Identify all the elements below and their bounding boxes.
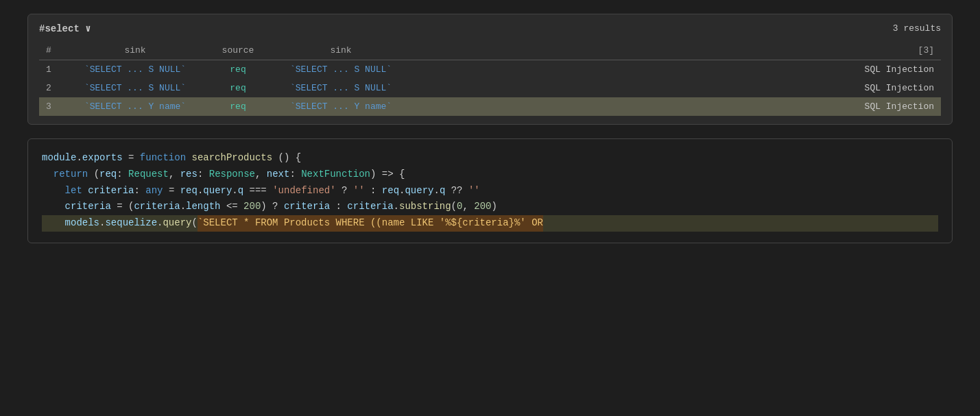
code-token: . xyxy=(399,183,405,199)
row-sink1[interactable]: `SELECT ... Y name` xyxy=(67,97,204,116)
results-count: 3 results xyxy=(893,23,941,34)
code-token: any xyxy=(145,183,163,199)
results-table: # sink source sink [3] 1`SELECT ... S NU… xyxy=(39,41,941,116)
code-indent xyxy=(42,215,65,232)
code-token: <= xyxy=(220,199,243,215)
code-token: sequelize xyxy=(105,215,157,232)
code-token: 200 xyxy=(243,199,261,215)
row-id: 3 xyxy=(39,97,67,116)
code-token: : xyxy=(289,167,301,183)
col-hash: # xyxy=(39,41,67,60)
code-token: : xyxy=(117,167,128,183)
row-sink2[interactable]: `SELECT ... Y name` xyxy=(272,97,409,116)
sink1-link[interactable]: `SELECT ... Y name` xyxy=(84,101,186,112)
code-line: return (req: Request, res: Response, nex… xyxy=(42,167,938,183)
source-link[interactable]: req xyxy=(230,101,246,112)
code-token: . xyxy=(394,199,399,215)
header-row: # sink source sink [3] xyxy=(39,41,941,60)
code-token: req xyxy=(382,183,399,199)
code-token: ? xyxy=(336,183,353,199)
code-token: next xyxy=(267,167,290,183)
code-token: models xyxy=(65,215,99,232)
code-token: . xyxy=(99,215,105,232)
select-badge[interactable]: #select ∨ xyxy=(39,23,91,34)
row-sink1[interactable]: `SELECT ... S NULL` xyxy=(67,60,204,79)
code-token: module xyxy=(42,150,76,167)
row-sink2[interactable]: `SELECT ... S NULL` xyxy=(272,79,409,97)
sink1-link[interactable]: `SELECT ... S NULL` xyxy=(84,83,186,93)
row-source[interactable]: req xyxy=(204,60,272,79)
code-line: let criteria: any = req.query.q === 'und… xyxy=(42,183,938,199)
code-token: = ( xyxy=(111,199,134,215)
code-token: . xyxy=(232,183,237,199)
code-container: module.exports = function searchProducts… xyxy=(42,150,938,232)
table-row[interactable]: 1`SELECT ... S NULL`req`SELECT ... S NUL… xyxy=(39,60,941,79)
row-label: SQL Injection xyxy=(409,60,941,79)
code-token: Request xyxy=(128,167,169,183)
code-token: Response xyxy=(209,167,255,183)
panel-header: #select ∨ 3 results xyxy=(39,23,941,34)
sink2-link[interactable]: `SELECT ... S NULL` xyxy=(290,83,392,93)
code-line: module.exports = function searchProducts… xyxy=(42,150,938,167)
code-token: '' xyxy=(353,183,365,199)
code-token: criteria xyxy=(347,199,393,215)
sink2-link[interactable]: `SELECT ... S NULL` xyxy=(290,64,392,75)
code-token: ) xyxy=(491,199,497,215)
code-token: = xyxy=(123,150,140,167)
code-token: : xyxy=(365,183,382,199)
code-token: criteria xyxy=(82,183,134,199)
code-token: . xyxy=(180,199,186,215)
row-source[interactable]: req xyxy=(204,97,272,116)
table-row[interactable]: 2`SELECT ... S NULL`req`SELECT ... S NUL… xyxy=(39,79,941,97)
row-source[interactable]: req xyxy=(204,79,272,97)
code-token: criteria xyxy=(65,199,111,215)
code-token: exports xyxy=(82,150,123,167)
code-token: ) ? xyxy=(261,199,284,215)
code-line: models.sequelize.query(`SELECT * FROM Pr… xyxy=(42,215,938,232)
code-token: === xyxy=(243,183,272,199)
code-token: length xyxy=(186,199,220,215)
sink1-link[interactable]: `SELECT ... S NULL` xyxy=(84,64,186,75)
code-token: q xyxy=(440,183,445,199)
row-sink2[interactable]: `SELECT ... S NULL` xyxy=(272,60,409,79)
code-token: . xyxy=(433,183,439,199)
code-token: query xyxy=(163,215,191,232)
row-sink1[interactable]: `SELECT ... S NULL` xyxy=(67,79,204,97)
source-link[interactable]: req xyxy=(230,64,246,75)
code-token: ?? xyxy=(445,183,468,199)
table-row[interactable]: 3`SELECT ... Y name`req`SELECT ... Y nam… xyxy=(39,97,941,116)
code-token: query xyxy=(405,183,433,199)
code-token: , xyxy=(462,199,474,215)
code-token: criteria xyxy=(284,199,330,215)
code-token: criteria xyxy=(134,199,180,215)
code-indent xyxy=(42,183,65,199)
row-label: SQL Injection xyxy=(409,79,941,97)
code-token: let xyxy=(65,183,82,199)
source-link[interactable]: req xyxy=(230,83,246,93)
code-token: , xyxy=(169,167,180,183)
code-token: res xyxy=(180,167,198,183)
code-token: . xyxy=(198,183,203,199)
col-label: [3] xyxy=(409,41,941,60)
code-token: = xyxy=(163,183,180,199)
code-token: req xyxy=(180,183,198,199)
code-panel: module.exports = function searchProducts… xyxy=(27,138,953,243)
code-indent xyxy=(42,167,53,183)
code-token: return xyxy=(53,167,88,183)
code-token: . xyxy=(157,215,163,232)
code-token: query xyxy=(203,183,232,199)
code-token: 200 xyxy=(474,199,491,215)
col-sink1: sink xyxy=(67,41,204,60)
code-token: ) => { xyxy=(370,167,405,183)
code-token: q xyxy=(238,183,243,199)
code-token: . xyxy=(76,150,82,167)
code-token: NextFunction xyxy=(301,167,370,183)
code-token: req xyxy=(99,167,117,183)
sink2-link[interactable]: `SELECT ... Y name` xyxy=(290,101,392,112)
code-token: , xyxy=(255,167,267,183)
top-panel: #select ∨ 3 results # sink source sink [… xyxy=(27,14,953,125)
col-sink2: sink xyxy=(272,41,409,60)
code-token: substring xyxy=(399,199,451,215)
code-token: searchProducts xyxy=(186,150,278,167)
row-id: 1 xyxy=(39,60,67,79)
